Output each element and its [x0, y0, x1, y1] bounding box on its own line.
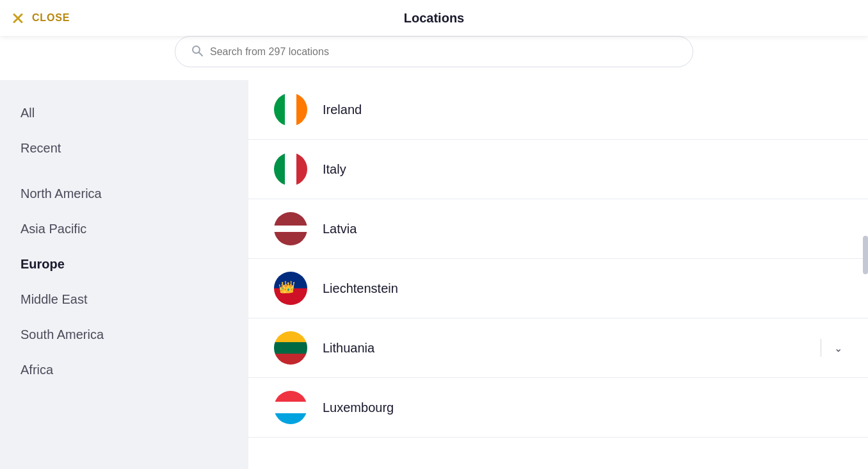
flag-ireland [274, 93, 307, 126]
sidebar: All Recent North America Asia Pacific Eu… [0, 80, 248, 469]
close-button[interactable]: CLOSE [10, 10, 70, 26]
scrollbar-thumb[interactable] [863, 236, 868, 274]
flag-luxembourg [274, 391, 307, 424]
svg-line-1 [199, 53, 202, 56]
main-content: All Recent North America Asia Pacific Eu… [0, 80, 868, 469]
list-item[interactable]: Italy [248, 140, 868, 199]
location-name: Liechtenstein [323, 281, 398, 296]
location-name: Luxembourg [323, 400, 394, 415]
chevron-down-icon: ⌄ [834, 342, 842, 354]
sidebar-item-south-america[interactable]: South America [20, 317, 228, 352]
header: CLOSE Locations [0, 0, 868, 36]
close-icon [10, 10, 26, 26]
close-label: CLOSE [32, 12, 70, 24]
list-item[interactable]: Latvia [248, 199, 868, 259]
sidebar-item-asia-pacific[interactable]: Asia Pacific [20, 211, 228, 247]
search-input[interactable] [210, 46, 677, 58]
list-item[interactable]: Luxembourg [248, 378, 868, 438]
location-list: Ireland Italy Latvia 👑 Liechtenstein Lit… [248, 80, 868, 469]
flag-liechtenstein: 👑 [274, 272, 307, 305]
sidebar-item-north-america[interactable]: North America [20, 176, 228, 211]
flag-italy [274, 152, 307, 186]
search-container [0, 36, 868, 80]
location-name: Lithuania [323, 341, 374, 356]
sidebar-item-middle-east[interactable]: Middle East [20, 282, 228, 317]
divider [821, 339, 821, 357]
page-title: Locations [404, 11, 464, 26]
search-icon [191, 44, 204, 59]
list-item[interactable]: 👑 Liechtenstein [248, 259, 868, 318]
location-name: Italy [323, 162, 346, 177]
location-name: Latvia [323, 222, 357, 236]
search-bar[interactable] [175, 36, 693, 67]
sidebar-item-recent[interactable]: Recent [20, 131, 228, 166]
sidebar-item-europe[interactable]: Europe [20, 247, 228, 282]
list-item[interactable]: Ireland [248, 80, 868, 140]
flag-lithuania [274, 331, 307, 365]
flag-latvia [274, 212, 307, 245]
location-name: Ireland [323, 103, 362, 117]
expand-button[interactable]: ⌄ [821, 339, 842, 357]
list-item[interactable]: Lithuania ⌄ [248, 318, 868, 378]
sidebar-item-africa[interactable]: Africa [20, 352, 228, 388]
sidebar-item-all[interactable]: All [20, 95, 228, 131]
